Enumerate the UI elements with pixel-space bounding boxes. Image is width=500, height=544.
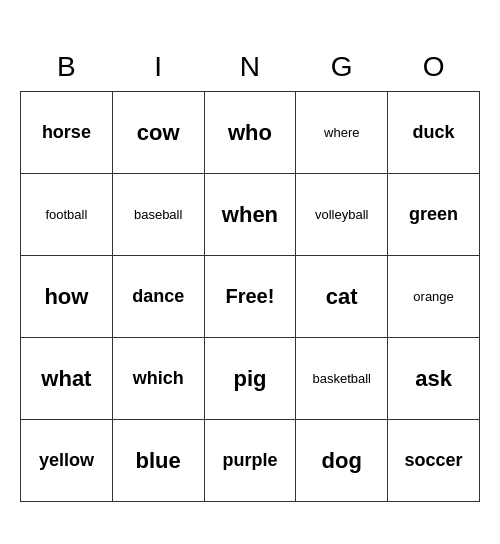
bingo-cell-4-3: dog bbox=[296, 420, 388, 502]
header-letter-g: G bbox=[296, 42, 388, 92]
bingo-cell-0-1: cow bbox=[112, 92, 204, 174]
bingo-cell-4-4: soccer bbox=[388, 420, 480, 502]
bingo-cell-3-4: ask bbox=[388, 338, 480, 420]
header-row: BINGO bbox=[21, 42, 480, 92]
bingo-row-2: howdanceFree!catorange bbox=[21, 256, 480, 338]
header-letter-n: N bbox=[204, 42, 296, 92]
bingo-cell-2-2: Free! bbox=[204, 256, 296, 338]
bingo-cell-0-4: duck bbox=[388, 92, 480, 174]
bingo-row-4: yellowbluepurpledogsoccer bbox=[21, 420, 480, 502]
bingo-row-1: footballbaseballwhenvolleyballgreen bbox=[21, 174, 480, 256]
bingo-cell-3-1: which bbox=[112, 338, 204, 420]
bingo-cell-0-2: who bbox=[204, 92, 296, 174]
bingo-cell-2-0: how bbox=[21, 256, 113, 338]
bingo-row-0: horsecowwhowhereduck bbox=[21, 92, 480, 174]
bingo-cell-3-3: basketball bbox=[296, 338, 388, 420]
bingo-cell-4-1: blue bbox=[112, 420, 204, 502]
bingo-row-3: whatwhichpigbasketballask bbox=[21, 338, 480, 420]
bingo-cell-1-4: green bbox=[388, 174, 480, 256]
bingo-cell-2-4: orange bbox=[388, 256, 480, 338]
bingo-cell-1-1: baseball bbox=[112, 174, 204, 256]
bingo-cell-0-3: where bbox=[296, 92, 388, 174]
bingo-card: BINGO horsecowwhowhereduckfootballbaseba… bbox=[20, 42, 480, 503]
header-letter-i: I bbox=[112, 42, 204, 92]
bingo-cell-1-3: volleyball bbox=[296, 174, 388, 256]
bingo-cell-2-1: dance bbox=[112, 256, 204, 338]
header-letter-b: B bbox=[21, 42, 113, 92]
bingo-cell-1-2: when bbox=[204, 174, 296, 256]
header-letter-o: O bbox=[388, 42, 480, 92]
bingo-cell-3-0: what bbox=[21, 338, 113, 420]
bingo-cell-3-2: pig bbox=[204, 338, 296, 420]
bingo-cell-1-0: football bbox=[21, 174, 113, 256]
bingo-cell-4-0: yellow bbox=[21, 420, 113, 502]
bingo-cell-2-3: cat bbox=[296, 256, 388, 338]
bingo-cell-4-2: purple bbox=[204, 420, 296, 502]
bingo-cell-0-0: horse bbox=[21, 92, 113, 174]
